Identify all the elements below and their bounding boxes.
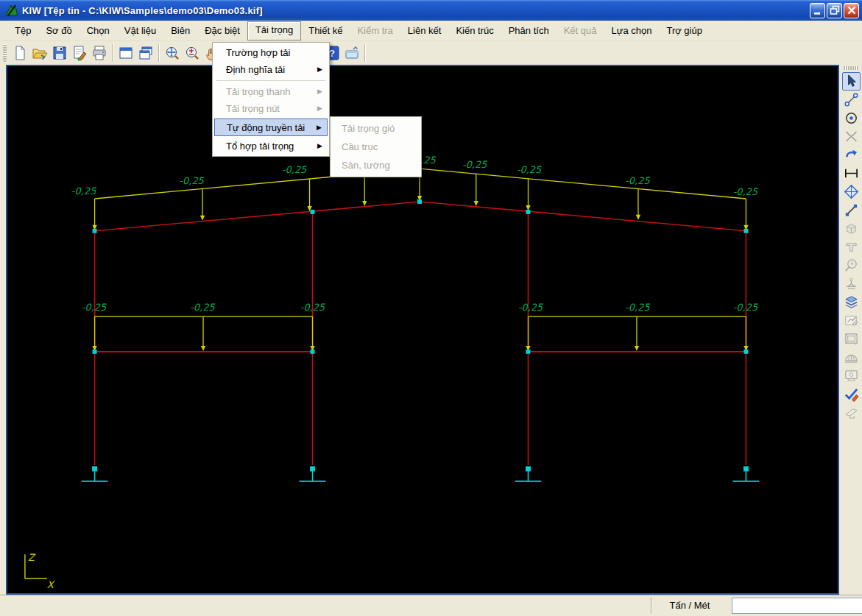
verify-check-button[interactable]: [842, 385, 861, 403]
toolbar-grip-handle[interactable]: [3, 44, 7, 62]
toolbar-separator: [158, 44, 159, 62]
layers-button[interactable]: [842, 293, 861, 311]
menu-item-label: Tự động truyền tải: [227, 122, 305, 133]
layers-icon: [844, 294, 859, 310]
open-file-icon: [32, 45, 48, 61]
status-input[interactable]: [732, 598, 862, 614]
zoom-extents-button[interactable]: [162, 43, 182, 63]
menu-item-dinh-nghia-tai[interactable]: Định nghĩa tải▶: [214, 61, 328, 78]
verify-check-icon: [844, 386, 859, 402]
menubar-item-so-do[interactable]: Sơ đồ: [38, 22, 79, 40]
submenu-arrow-icon: ▶: [317, 119, 322, 136]
menubar-item-tep[interactable]: Tệp: [7, 22, 38, 40]
frame-view-button: [842, 330, 861, 348]
submenu-arrow-icon: ▶: [317, 61, 322, 78]
menubar-item-lua-chon[interactable]: Lựa chọn: [604, 22, 659, 40]
beam-section-icon: [844, 405, 859, 420]
new-file-button[interactable]: [10, 43, 29, 63]
close-button[interactable]: [844, 3, 859, 18]
delete-x-button: [842, 127, 861, 146]
menu-item-truong-hop-tai[interactable]: Trường hợp tải: [214, 44, 328, 61]
menubar-item-bien[interactable]: Biên: [163, 22, 197, 40]
svg-text:-0,25: -0,25: [82, 302, 107, 313]
draw-node-button[interactable]: [842, 109, 861, 127]
open-project-icon: [344, 45, 360, 61]
load-menu-dropdown: Trường hợp tảiĐịnh nghĩa tải▶Tải trọng t…: [212, 42, 330, 157]
frame-members: [95, 202, 746, 465]
menubar-item-tai-trong[interactable]: Tải trọng: [247, 21, 301, 40]
edit-document-icon: [71, 45, 88, 61]
menubar-item-dac-biet[interactable]: Đặc biệt: [197, 22, 247, 40]
menubar-item-chon[interactable]: Chọn: [80, 22, 117, 40]
menu-item-tu-dong-truyen-tai[interactable]: Tự động truyền tải▶: [214, 118, 328, 136]
dimension-button[interactable]: [842, 164, 861, 183]
svg-text:-0,25: -0,25: [625, 175, 650, 186]
select-arrow-button[interactable]: [842, 72, 861, 91]
zoom-in-out-icon: [184, 45, 200, 61]
zoom-in-out-button[interactable]: [182, 43, 202, 63]
rotate-view-button[interactable]: [842, 146, 861, 164]
svg-text:-0,25: -0,25: [462, 159, 487, 170]
menu-item-to-hop-tai-trong[interactable]: Tổ hợp tải trọng▶: [214, 138, 328, 155]
submenu-arrow-icon: ▶: [317, 83, 322, 100]
structure-drawing[interactable]: -0,25-0,25-0,25-0,25-0,25-0,25-0,25-0,25…: [7, 66, 838, 593]
print-icon: [91, 45, 107, 61]
zoom-extents-icon: [164, 45, 180, 61]
minimize-button[interactable]: [810, 3, 825, 18]
submenu-arrow-icon: ▶: [317, 138, 322, 155]
menubar-item-phan-tich[interactable]: Phân tích: [501, 22, 557, 40]
menu-item-label: Sàn, tường: [342, 160, 390, 171]
menu-item-tai-trong-nut: Tải trọng nút▶: [214, 100, 328, 117]
support-define-button: [842, 275, 861, 293]
menubar-item-vat-lieu[interactable]: Vật liệu: [117, 22, 163, 40]
save-file-button[interactable]: [49, 43, 69, 63]
t-section-icon: [844, 239, 859, 255]
window-cascade-button[interactable]: [135, 43, 155, 63]
svg-text:-0,25: -0,25: [190, 302, 215, 313]
menu-item-tai-trong-gio: Tải trọng gió: [332, 119, 420, 138]
menu-item-label: Trường hợp tải: [226, 47, 290, 58]
load-arrows: [92, 169, 748, 351]
edit-document-button[interactable]: [69, 43, 89, 63]
minimize-icon: [812, 4, 824, 16]
close-icon: [846, 4, 858, 16]
rotate-view-icon: [844, 147, 859, 163]
zoom-structure-icon: [844, 258, 859, 273]
menu-item-label: Tải trọng gió: [342, 123, 395, 134]
menubar-item-ket-qua: Kết quả: [557, 22, 604, 40]
main-toolbar: ?: [0, 41, 862, 65]
submenu-arrow-icon: ▶: [317, 100, 322, 117]
draw-node-icon: [844, 110, 859, 126]
mesh-region-button[interactable]: [842, 183, 861, 201]
load-labels: -0,25-0,25-0,25-0,25-0,25-0,25-0,25-0,25…: [71, 155, 758, 313]
open-file-button[interactable]: [29, 43, 49, 63]
titlebar[interactable]: KIW [Tệp tin - C:\KIW\Samples\demo03\Dem…: [0, 0, 862, 21]
svg-text:-0,25: -0,25: [300, 302, 325, 313]
draw-line-button[interactable]: [842, 201, 861, 219]
new-file-icon: [12, 45, 28, 61]
open-project-button[interactable]: [342, 43, 361, 63]
window-single-button[interactable]: [116, 43, 135, 63]
solid-view-button: [842, 219, 861, 238]
svg-text:-0,25: -0,25: [179, 175, 204, 186]
mesh-region-icon: [844, 184, 859, 199]
restore-button[interactable]: [827, 3, 842, 18]
side-toolbar-grip-handle[interactable]: [843, 66, 859, 70]
draw-member-button[interactable]: [842, 91, 861, 109]
print-button[interactable]: [89, 43, 109, 63]
load-lines: [95, 169, 746, 316]
menu-separator: [216, 80, 325, 81]
draw-line-icon: [844, 202, 859, 218]
menubar: TệpSơ đồChọnVật liệuBiênĐặc biệtTải trọn…: [0, 21, 862, 41]
menubar-item-tro-giup[interactable]: Trợ giúp: [659, 22, 710, 40]
solid-view-icon: [844, 221, 859, 236]
menubar-item-kien-truc[interactable]: Kiến trúc: [448, 22, 501, 40]
menubar-item-thiet-ke[interactable]: Thiết kế: [301, 22, 350, 40]
svg-text:-0,25: -0,25: [518, 302, 543, 313]
window-title: KIW [Tệp tin - C:\KIW\Samples\demo03\Dem…: [22, 5, 808, 16]
drawing-canvas[interactable]: -0,25-0,25-0,25-0,25-0,25-0,25-0,25-0,25…: [6, 65, 839, 595]
menu-item-san-tuong: Sàn, tường: [332, 156, 420, 174]
menubar-item-lien-ket[interactable]: Liên kết: [400, 22, 449, 40]
dome-view-icon: [844, 350, 859, 365]
svg-text:-0,25: -0,25: [625, 302, 650, 313]
